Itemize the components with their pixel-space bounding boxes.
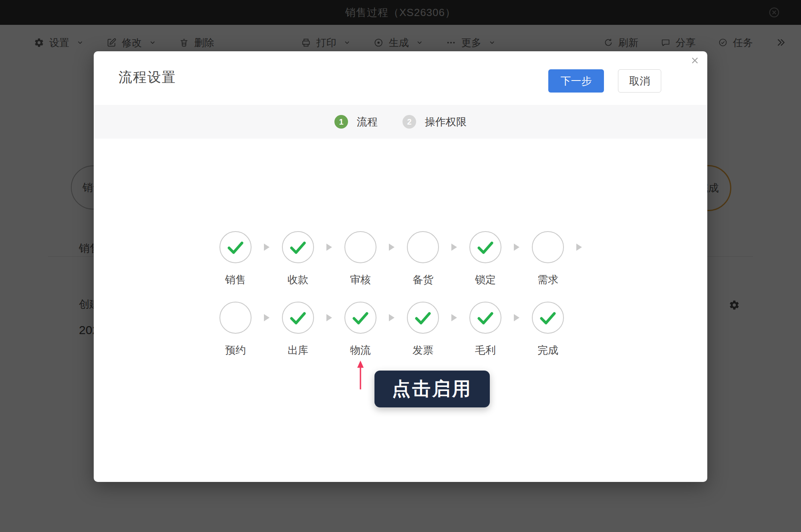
right-arrow-icon [514,314,519,321]
right-arrow-icon [451,314,457,321]
stage-toggle-circle[interactable] [407,302,439,334]
check-icon [220,232,251,262]
flow-stage[interactable]: 审核 [344,231,376,263]
screen: 销售过程（XS26306） 设置 修改 [0,0,801,532]
right-arrow-icon [389,244,394,251]
stage-label: 销售 [225,273,246,287]
step-number-badge: 1 [334,115,348,129]
flow-row-2: 预约 出库 物流 发票 毛利 完成 [219,302,564,334]
stage-toggle-circle[interactable] [407,231,439,263]
stage-label: 毛利 [475,343,496,357]
check-icon [470,302,501,333]
stage-toggle-circle[interactable] [344,231,376,263]
check-icon [408,302,438,333]
step-label: 流程 [357,115,378,129]
stage-label: 完成 [537,343,558,357]
right-arrow-icon [326,314,332,321]
step-number-badge: 2 [403,115,416,129]
close-icon[interactable] [690,55,702,68]
flow-stage[interactable]: 毛利 [469,302,501,334]
stage-toggle-circle[interactable] [532,302,564,334]
stage-label: 出库 [288,343,308,357]
flow-stage[interactable]: 收款 [282,231,314,263]
cancel-button[interactable]: 取消 [618,69,661,93]
check-icon [470,232,501,262]
right-arrow-icon [326,244,332,251]
coach-tooltip-text: 点击启用 [392,377,472,401]
stage-toggle-circle[interactable] [532,231,564,263]
stage-toggle-circle[interactable] [219,231,252,263]
step-label: 操作权限 [425,115,467,129]
check-icon [283,232,313,262]
stage-label: 审核 [350,273,371,287]
flow-stage[interactable]: 物流 [344,302,376,334]
right-arrow-icon [264,314,270,321]
modal-title: 流程设置 [119,68,176,87]
coach-tooltip: 点击启用 [374,371,490,407]
stage-toggle-circle[interactable] [469,231,501,263]
stage-label: 预约 [225,343,246,357]
right-arrow-icon [389,314,394,321]
right-arrow-icon [576,244,582,251]
flow-stage[interactable]: 锁定 [469,231,501,263]
flow-stage[interactable]: 备货 [407,231,439,263]
stage-label: 发票 [413,343,433,357]
flow-stage[interactable]: 出库 [282,302,314,334]
stage-label: 收款 [288,273,308,287]
flow-stage[interactable]: 预约 [219,302,252,334]
wizard-step-permissions[interactable]: 2 操作权限 [403,115,467,129]
flow-row-1: 销售 收款 审核 备货 锁定 需求 [219,231,564,263]
right-arrow-icon [514,244,519,251]
check-icon [283,302,313,333]
wizard-steps: 1 流程 2 操作权限 [94,105,707,139]
right-arrow-icon [264,244,270,251]
flow-stage[interactable]: 发票 [407,302,439,334]
next-step-button[interactable]: 下一步 [548,69,604,93]
flow-stage[interactable]: 需求 [532,231,564,263]
stage-toggle-circle[interactable] [219,302,252,334]
stage-toggle-circle[interactable] [282,302,314,334]
stage-toggle-circle[interactable] [282,231,314,263]
check-icon [533,302,563,333]
flow-stage[interactable]: 销售 [219,231,252,263]
stage-label: 需求 [537,273,558,287]
flow-stage[interactable]: 完成 [532,302,564,334]
stage-label: 锁定 [475,273,496,287]
wizard-step-process[interactable]: 1 流程 [334,115,378,129]
stage-toggle-circle[interactable] [469,302,501,334]
stage-toggle-circle[interactable] [344,302,376,334]
right-arrow-icon [451,244,457,251]
process-settings-modal: 流程设置 下一步 取消 1 流程 2 操作权限 销售 收款 [94,51,707,482]
check-icon [345,302,376,333]
stage-label: 物流 [350,343,371,357]
stage-label: 备货 [413,273,433,287]
red-pointer-arrow [357,361,364,390]
